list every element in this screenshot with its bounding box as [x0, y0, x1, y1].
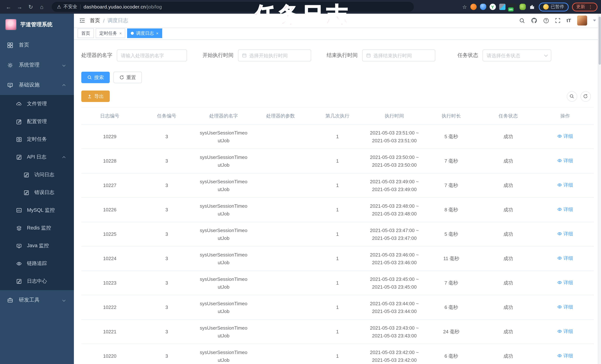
search-icon[interactable] — [519, 18, 525, 23]
search-button[interactable]: 搜索 — [81, 72, 110, 83]
export-button[interactable]: 导出 — [81, 91, 110, 102]
topbar: 首页 / 调度日志 tT — [74, 14, 601, 28]
table-header-cell: 操作 — [537, 107, 594, 124]
reload-icon[interactable]: ↻ — [26, 2, 35, 12]
extensions-puzzle-icon[interactable] — [529, 4, 535, 10]
sidebar-item-file[interactable]: 文件管理 — [0, 95, 74, 113]
detail-link[interactable]: 详细 — [557, 279, 573, 286]
end-time-picker[interactable] — [362, 50, 435, 61]
address-bar[interactable]: ⚠ 不安全 dashboard.yudao.iocoder.cn/job/log — [52, 2, 414, 12]
handler-name-field[interactable] — [121, 53, 183, 58]
not-secure-label[interactable]: ⚠ 不安全 — [57, 4, 77, 10]
cell-exec-time: 2021-05-03 23:51:00 ~2021-05-03 23:51:00 — [366, 124, 423, 149]
sidebar-item-config[interactable]: 配置管理 — [0, 113, 74, 131]
extension-icon-orange[interactable] — [470, 4, 476, 10]
close-icon[interactable]: × — [119, 31, 122, 35]
table-header-cell: 日志编号 — [81, 107, 138, 124]
sidebar-item-java[interactable]: Java 监控 — [0, 237, 74, 255]
end-time-field[interactable] — [373, 53, 431, 58]
bookmark-star-icon[interactable]: ☆ — [462, 4, 467, 10]
cell-handler: sysUserSessionTimeoutJob — [195, 124, 252, 149]
start-time-field[interactable] — [249, 53, 307, 58]
tab-job-log[interactable]: 调度日志 × — [127, 29, 162, 38]
reset-button[interactable]: 重置 — [113, 72, 142, 83]
cell-task-id: 3 — [138, 271, 195, 295]
cell-exec-time: 2021-05-03 23:46:00 ~2021-05-03 23:46:00 — [366, 246, 423, 271]
back-icon[interactable]: ← — [4, 2, 13, 12]
cell-param — [252, 344, 309, 364]
tab-home[interactable]: 首页 — [78, 29, 94, 38]
app-logo-row[interactable]: 芋道管理系统 — [0, 14, 74, 35]
cell-param — [252, 173, 309, 198]
extension-icon-on[interactable]: on — [509, 3, 516, 10]
table-header-cell: 执行时间 — [366, 107, 423, 124]
cell-param — [252, 149, 309, 173]
detail-link[interactable]: 详细 — [557, 157, 573, 164]
chrome-update-chip[interactable]: 更新 ⋮ — [572, 2, 597, 11]
extension-icon-blue[interactable] — [480, 4, 486, 10]
cell-log-id: 10220 — [81, 344, 138, 364]
close-icon[interactable]: × — [156, 31, 159, 35]
scrollbar-thumb[interactable] — [598, 17, 601, 65]
sidebar-item-infra[interactable]: 基础设施 — [0, 75, 74, 95]
start-time-picker[interactable] — [238, 50, 311, 61]
status-field[interactable] — [487, 53, 542, 58]
sidebar-item-devtools[interactable]: 研发工具 — [0, 290, 74, 310]
fullscreen-icon[interactable] — [555, 18, 561, 23]
handler-name-label: 处理器的名字 — [81, 52, 112, 59]
sidebar-item-api-log[interactable]: API 日志 — [0, 148, 74, 166]
help-icon[interactable] — [543, 18, 549, 23]
log-edit-icon — [24, 172, 29, 178]
breadcrumb-home[interactable]: 首页 — [90, 17, 100, 24]
refresh-table-button[interactable] — [580, 91, 591, 101]
detail-link[interactable]: 详细 — [557, 303, 573, 311]
cell-duration: 8 毫秒 — [423, 198, 480, 222]
github-icon[interactable] — [531, 17, 537, 24]
browser-menu-icon[interactable]: ⋮ — [588, 4, 593, 10]
extension-icon-y[interactable]: Y — [489, 4, 496, 10]
detail-link[interactable]: 详细 — [557, 181, 573, 189]
sidebar-item-trace[interactable]: 链路追踪 — [0, 255, 74, 272]
home-icon[interactable]: ⌂ — [37, 2, 47, 12]
page-content: 处理器的名字 开始执行时间 结束执行时间 — [74, 40, 601, 364]
cell-exec-time: 2021-05-03 23:48:00 ~2021-05-03 23:48:00 — [366, 198, 423, 222]
detail-link[interactable]: 详细 — [557, 132, 573, 140]
cell-duration: 7 毫秒 — [423, 271, 480, 295]
handler-name-input[interactable] — [117, 50, 187, 61]
cell-duration: 5 毫秒 — [423, 124, 480, 149]
detail-link[interactable]: 详细 — [557, 327, 573, 335]
user-avatar[interactable] — [577, 16, 587, 26]
sidebar-item-home[interactable]: 首页 — [0, 35, 74, 55]
divider — [80, 4, 80, 10]
sidebar-fold-icon[interactable] — [79, 18, 85, 23]
sidebar-item-log-center[interactable]: 日志中心 — [0, 272, 74, 290]
detail-link[interactable]: 详细 — [557, 230, 573, 238]
status-select[interactable] — [482, 50, 551, 61]
avatar-caret-icon[interactable] — [593, 20, 596, 21]
extension-icon-green[interactable] — [519, 4, 526, 10]
profile-paused-chip[interactable]: 已暂停 — [539, 2, 569, 11]
edit-icon — [16, 119, 22, 124]
cell-duration: 6 毫秒 — [423, 295, 480, 319]
eye-icon — [557, 231, 562, 236]
cell-action: 详细 — [537, 246, 594, 271]
font-size-icon[interactable]: tT — [566, 18, 571, 23]
extension-icon-grid[interactable] — [499, 4, 505, 10]
forward-icon[interactable]: → — [15, 2, 24, 12]
detail-link[interactable]: 详细 — [557, 254, 573, 262]
page-scrollbar[interactable] — [598, 14, 601, 364]
sidebar-item-system[interactable]: 系统管理 — [0, 55, 74, 75]
tab-job[interactable]: 定时任务 × — [96, 29, 125, 38]
cell-handler: sysUserSessionTimeoutJob — [195, 271, 252, 295]
sidebar-item-redis[interactable]: Redis 监控 — [0, 219, 74, 237]
log-edit-icon — [16, 278, 22, 284]
detail-link[interactable]: 详细 — [557, 352, 573, 360]
sidebar-item-access-log[interactable]: 访问日志 — [0, 166, 74, 184]
cell-task-id: 3 — [138, 319, 195, 344]
sidebar-item-mysql[interactable]: MySQL 监控 — [0, 202, 74, 219]
detail-link[interactable]: 详细 — [557, 205, 573, 213]
toggle-search-button[interactable] — [567, 91, 577, 101]
breadcrumb: 首页 / 调度日志 — [90, 17, 128, 24]
sidebar-item-error-log[interactable]: 错误日志 — [0, 184, 74, 202]
sidebar-item-job[interactable]: 定时任务 — [0, 131, 74, 148]
